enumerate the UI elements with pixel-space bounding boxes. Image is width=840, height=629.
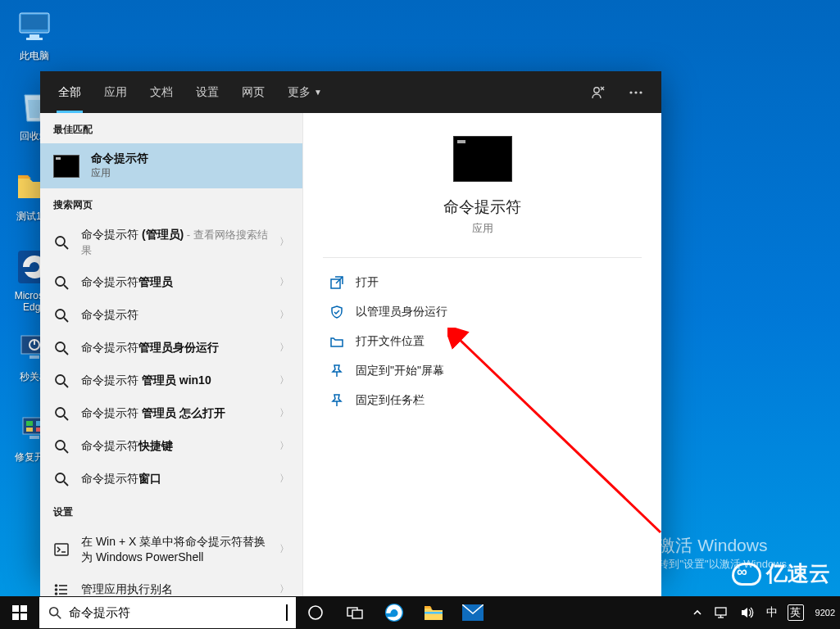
web-result-row[interactable]: 命令提示符 (管理员) - 查看网络搜索结果〉 bbox=[40, 219, 302, 266]
svg-point-46 bbox=[50, 608, 58, 616]
svg-line-22 bbox=[64, 285, 68, 289]
svg-point-19 bbox=[56, 237, 65, 246]
cmd-icon bbox=[53, 155, 79, 178]
svg-line-34 bbox=[64, 482, 68, 486]
svg-point-41 bbox=[56, 593, 57, 595]
chevron-right-icon: 〉 bbox=[279, 406, 289, 420]
tray-network-icon[interactable] bbox=[709, 596, 733, 629]
svg-point-33 bbox=[56, 473, 65, 482]
start-button[interactable] bbox=[0, 596, 39, 629]
result-preview: 命令提示符 应用 打开以管理员身份运行打开文件位置固定到"开始"屏幕固定到任务栏 bbox=[302, 113, 661, 606]
taskbar-app-edge[interactable] bbox=[375, 596, 414, 629]
svg-rect-52 bbox=[425, 612, 443, 614]
result-text: 命令提示符 管理员 win10 bbox=[81, 373, 268, 388]
search-icon bbox=[53, 438, 70, 455]
chevron-right-icon: 〉 bbox=[279, 235, 289, 249]
search-input[interactable] bbox=[69, 606, 279, 620]
pin-start-icon bbox=[329, 364, 344, 378]
svg-rect-12 bbox=[26, 428, 33, 432]
result-text: 命令提示符管理员身份运行 bbox=[81, 340, 268, 355]
settings-result-row[interactable]: 在 Win + X 菜单中将命令提示符替换为 Windows PowerShel… bbox=[40, 526, 302, 573]
tray-clock[interactable]: 9202 bbox=[809, 596, 835, 629]
section-settings: 设置 bbox=[40, 496, 302, 526]
section-web: 搜索网页 bbox=[40, 188, 302, 219]
best-match-item[interactable]: 命令提示符 应用 bbox=[40, 143, 302, 188]
web-result-row[interactable]: 命令提示符〉 bbox=[40, 299, 302, 332]
svg-point-39 bbox=[56, 585, 57, 586]
chevron-right-icon: 〉 bbox=[279, 341, 289, 355]
chevron-down-icon: ▼ bbox=[314, 88, 322, 97]
best-match-type: 应用 bbox=[91, 166, 148, 180]
cloud-icon bbox=[732, 563, 761, 586]
results-list: 最佳匹配 命令提示符 应用 搜索网页 命令提示符 (管理员) - 查看网络搜索结… bbox=[40, 113, 302, 606]
svg-rect-54 bbox=[715, 608, 726, 615]
action-admin[interactable]: 以管理员身份运行 bbox=[306, 297, 658, 327]
chevron-right-icon: 〉 bbox=[279, 439, 289, 453]
svg-point-23 bbox=[56, 310, 65, 319]
tray-volume-icon[interactable] bbox=[735, 596, 760, 629]
tab-web[interactable]: 网页 bbox=[230, 71, 276, 113]
svg-rect-50 bbox=[352, 610, 362, 618]
web-result-row[interactable]: 命令提示符管理员〉 bbox=[40, 266, 302, 299]
system-tray: 中 英 9202 bbox=[683, 596, 840, 629]
search-icon bbox=[53, 340, 70, 356]
search-icon bbox=[53, 405, 70, 422]
svg-point-29 bbox=[56, 408, 65, 417]
action-folder[interactable]: 打开文件位置 bbox=[306, 327, 658, 356]
tab-all[interactable]: 全部 bbox=[47, 71, 93, 113]
action-pin-taskbar[interactable]: 固定到任务栏 bbox=[306, 386, 658, 415]
task-view-button[interactable] bbox=[335, 596, 375, 629]
section-best-match: 最佳匹配 bbox=[40, 113, 302, 143]
taskbar-search-box[interactable] bbox=[39, 597, 296, 628]
action-label: 固定到"开始"屏幕 bbox=[356, 364, 444, 378]
ime-caret bbox=[286, 604, 288, 621]
desktop-icon-computer[interactable]: 此电脑 bbox=[3, 7, 66, 63]
search-icon bbox=[53, 274, 70, 291]
preview-title: 命令提示符 bbox=[303, 197, 661, 218]
web-result-row[interactable]: 命令提示符 管理员 win10〉 bbox=[40, 364, 302, 397]
web-result-row[interactable]: 命令提示符快捷键〉 bbox=[40, 430, 302, 463]
search-icon bbox=[53, 307, 70, 324]
web-result-row[interactable]: 命令提示符管理员身份运行〉 bbox=[40, 332, 302, 364]
tray-overflow[interactable] bbox=[688, 596, 707, 629]
svg-rect-8 bbox=[30, 355, 39, 359]
svg-line-28 bbox=[64, 383, 68, 387]
result-text: 在 Win + X 菜单中将命令提示符替换为 Windows PowerShel… bbox=[81, 534, 268, 565]
ime-indicator[interactable]: 中 bbox=[761, 596, 783, 629]
svg-rect-14 bbox=[30, 436, 39, 439]
taskbar-app-explorer[interactable] bbox=[414, 596, 453, 629]
search-icon bbox=[48, 605, 62, 620]
list-icon bbox=[53, 581, 70, 598]
action-pin-start[interactable]: 固定到"开始"屏幕 bbox=[306, 356, 658, 386]
tab-docs[interactable]: 文档 bbox=[138, 71, 184, 113]
svg-point-17 bbox=[634, 91, 637, 93]
chevron-right-icon: 〉 bbox=[279, 373, 289, 387]
more-options-icon[interactable] bbox=[617, 71, 655, 113]
svg-point-15 bbox=[594, 87, 599, 92]
action-label: 打开 bbox=[356, 275, 379, 290]
result-text: 命令提示符 (管理员) - 查看网络搜索结果 bbox=[81, 227, 268, 258]
cmd-icon bbox=[453, 136, 512, 182]
svg-point-40 bbox=[56, 589, 57, 591]
tab-apps[interactable]: 应用 bbox=[93, 71, 138, 113]
desktop-icon-label: 此电脑 bbox=[3, 49, 66, 63]
svg-point-27 bbox=[56, 375, 65, 384]
tab-settings[interactable]: 设置 bbox=[184, 71, 230, 113]
action-open[interactable]: 打开 bbox=[306, 268, 658, 297]
svg-line-47 bbox=[57, 615, 61, 619]
chevron-right-icon: 〉 bbox=[279, 542, 289, 556]
web-result-row[interactable]: 命令提示符窗口〉 bbox=[40, 463, 302, 496]
tab-more[interactable]: 更多▼ bbox=[276, 71, 334, 113]
feedback-icon[interactable] bbox=[579, 71, 617, 113]
chevron-right-icon: 〉 bbox=[279, 582, 289, 596]
svg-rect-10 bbox=[26, 421, 33, 426]
web-result-row[interactable]: 命令提示符 管理员 怎么打开〉 bbox=[40, 397, 302, 430]
taskbar-app-mail[interactable] bbox=[453, 596, 493, 629]
powershell-icon bbox=[53, 541, 70, 558]
svg-line-32 bbox=[64, 449, 68, 453]
search-filter-tabs: 全部 应用 文档 设置 网页 更多▼ bbox=[40, 71, 661, 113]
result-text: 命令提示符快捷键 bbox=[81, 438, 268, 454]
ime-mode[interactable]: 英 bbox=[788, 604, 804, 621]
svg-rect-35 bbox=[55, 544, 68, 555]
cortana-button[interactable] bbox=[296, 596, 335, 629]
